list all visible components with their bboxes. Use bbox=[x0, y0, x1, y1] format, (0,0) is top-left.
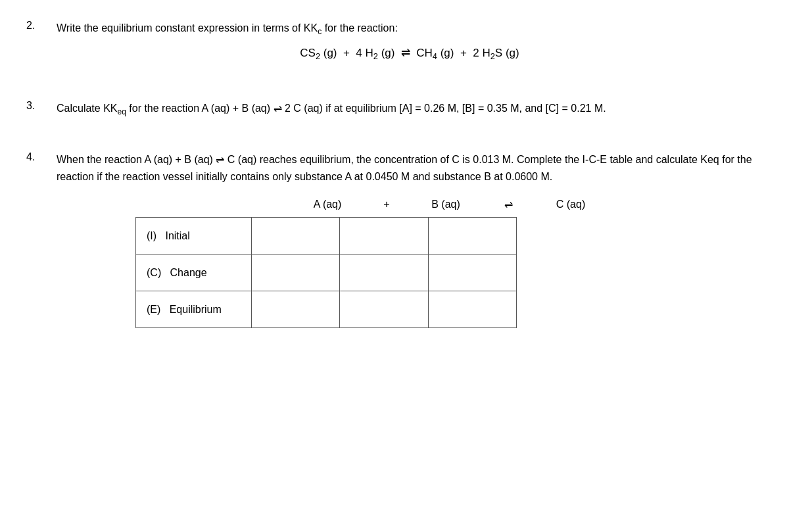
ice-equilibrium-a bbox=[251, 291, 339, 328]
ice-initial-c bbox=[428, 218, 516, 254]
q3-content: Calculate KKeq for the reaction A (aq) +… bbox=[57, 100, 763, 125]
ice-header-a: A (aq) bbox=[281, 199, 373, 210]
q4-text: When the reaction A (aq) + B (aq) ⇌ C (a… bbox=[57, 151, 763, 185]
ice-initial-a bbox=[251, 218, 339, 254]
ice-header: A (aq) + B (aq) ⇌ C (aq) bbox=[57, 198, 763, 210]
keq-subscript: eq bbox=[118, 107, 126, 116]
ice-equilibrium-label: (E) Equilibrium bbox=[136, 291, 252, 328]
ice-row-initial: (I) Initial bbox=[136, 218, 517, 254]
ice-change-a bbox=[251, 254, 339, 291]
q4-content: When the reaction A (aq) + B (aq) ⇌ C (a… bbox=[57, 151, 763, 328]
ice-change-b bbox=[340, 254, 428, 291]
q3-text-after: for the reaction A (aq) + B (aq) ⇌ 2 C (… bbox=[126, 103, 606, 114]
q2-equation: CS2 (g) + 4 H2 (g) ⇌ CH4 (g) + 2 H2S (g) bbox=[57, 46, 763, 61]
q3-text-before: Calculate K bbox=[57, 103, 110, 114]
q3-keq: Keq bbox=[110, 103, 126, 114]
ice-header-arrow: ⇌ bbox=[492, 198, 525, 210]
q2-text: Write the equilibrium constant expressio… bbox=[57, 20, 763, 38]
ice-initial-b bbox=[340, 218, 428, 254]
ice-table: (I) Initial (C) Change (E) Equilibrium bbox=[135, 217, 517, 328]
ice-header-c: C (aq) bbox=[525, 199, 617, 210]
q2-text-before: Write the equilibrium constant expressio… bbox=[57, 22, 311, 34]
q2-number: 2. bbox=[26, 20, 46, 74]
ice-initial-label: (I) Initial bbox=[136, 218, 252, 254]
q2-content: Write the equilibrium constant expressio… bbox=[57, 20, 763, 74]
q3-number: 3. bbox=[26, 100, 46, 125]
ice-change-c bbox=[428, 254, 516, 291]
ice-equilibrium-c bbox=[428, 291, 516, 328]
question-2: 2. Write the equilibrium constant expres… bbox=[26, 20, 763, 74]
q4-number: 4. bbox=[26, 151, 46, 328]
question-3: 3. Calculate KKeq for the reaction A (aq… bbox=[26, 100, 763, 125]
q3-text: Calculate KKeq for the reaction A (aq) +… bbox=[57, 100, 763, 118]
ice-header-plus: + bbox=[373, 199, 400, 210]
ice-header-b: B (aq) bbox=[400, 199, 492, 210]
q2-kc: Kc bbox=[311, 22, 322, 34]
ice-equilibrium-b bbox=[340, 291, 428, 328]
ice-section: A (aq) + B (aq) ⇌ C (aq) (I) Initial (C bbox=[57, 198, 763, 328]
question-4: 4. When the reaction A (aq) + B (aq) ⇌ C… bbox=[26, 151, 763, 328]
q2-text-after: for the reaction: bbox=[322, 22, 398, 34]
ice-row-equilibrium: (E) Equilibrium bbox=[136, 291, 517, 328]
ice-row-change: (C) Change bbox=[136, 254, 517, 291]
ice-change-label: (C) Change bbox=[136, 254, 252, 291]
